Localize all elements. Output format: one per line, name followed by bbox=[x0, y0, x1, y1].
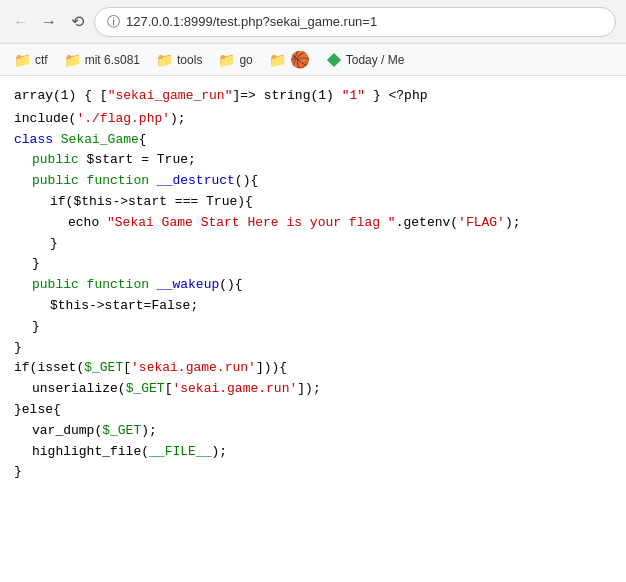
bookmark-tools[interactable]: 📁 tools bbox=[150, 50, 208, 70]
folder-icon: 📁 bbox=[156, 52, 173, 68]
code-echo: echo "Sekai Game Start Here is your flag… bbox=[14, 213, 612, 234]
output-arrow: ]=> string(1) bbox=[232, 88, 341, 103]
code-close-destruct: } bbox=[14, 254, 612, 275]
url-text: 127.0.0.1:8999/test.php?sekai_game.run=1 bbox=[126, 14, 377, 29]
bookmarks-bar: 📁 ctf 📁 mit 6.s081 📁 tools 📁 go 📁 🏀 Toda… bbox=[0, 44, 626, 76]
folder-icon: 📁 bbox=[269, 52, 286, 68]
output-val: "1" bbox=[342, 88, 365, 103]
code-close-class: } bbox=[14, 338, 612, 359]
code-vardump: var_dump($_GET); bbox=[14, 421, 612, 442]
output-line: array(1) { ["sekai_game_run"]=> string(1… bbox=[14, 86, 612, 107]
code-if: if($this->start === True){ bbox=[14, 192, 612, 213]
code-close-wakeup: } bbox=[14, 317, 612, 338]
bookmark-bball[interactable]: 📁 🏀 bbox=[263, 48, 316, 71]
code-include: include('./flag.php'); bbox=[14, 109, 612, 130]
bookmark-label: Today / Me bbox=[346, 53, 405, 67]
basketball-icon: 🏀 bbox=[290, 50, 310, 69]
bookmark-go[interactable]: 📁 go bbox=[212, 50, 258, 70]
green-diamond-icon bbox=[326, 52, 342, 68]
code-highlight: highlight_file(__FILE__); bbox=[14, 442, 612, 463]
browser-toolbar: ← → ⟲ ⓘ 127.0.0.1:8999/test.php?sekai_ga… bbox=[0, 0, 626, 44]
output-close: } <?php bbox=[365, 88, 427, 103]
bookmark-today[interactable]: Today / Me bbox=[320, 50, 411, 70]
code-destruct: public function __destruct(){ bbox=[14, 171, 612, 192]
code-else: }else{ bbox=[14, 400, 612, 421]
code-close-else: } bbox=[14, 462, 612, 483]
bookmark-mit[interactable]: 📁 mit 6.s081 bbox=[58, 50, 146, 70]
folder-icon: 📁 bbox=[64, 52, 81, 68]
svg-rect-0 bbox=[327, 52, 341, 66]
code-class: class Sekai_Game{ bbox=[14, 130, 612, 151]
code-property: public $start = True; bbox=[14, 150, 612, 171]
back-button[interactable]: ← bbox=[10, 11, 32, 33]
bookmark-label: go bbox=[239, 53, 252, 67]
bookmark-label: mit 6.s081 bbox=[85, 53, 140, 67]
code-wakeup: public function __wakeup(){ bbox=[14, 275, 612, 296]
code-isset: if(isset($_GET['sekai.game.run'])){ bbox=[14, 358, 612, 379]
page-content: array(1) { ["sekai_game_run"]=> string(1… bbox=[0, 76, 626, 493]
lock-icon: ⓘ bbox=[107, 13, 120, 31]
reload-button[interactable]: ⟲ bbox=[66, 11, 88, 33]
address-bar[interactable]: ⓘ 127.0.0.1:8999/test.php?sekai_game.run… bbox=[94, 7, 616, 37]
bookmark-ctf[interactable]: 📁 ctf bbox=[8, 50, 54, 70]
bookmark-label: ctf bbox=[35, 53, 48, 67]
code-unserialize: unserialize($_GET['sekai.game.run']); bbox=[14, 379, 612, 400]
folder-icon: 📁 bbox=[218, 52, 235, 68]
output-key: "sekai_game_run" bbox=[108, 88, 233, 103]
code-wakeup-body: $this->start=False; bbox=[14, 296, 612, 317]
code-close-if: } bbox=[14, 234, 612, 255]
output-text: array(1) { [ bbox=[14, 88, 108, 103]
folder-icon: 📁 bbox=[14, 52, 31, 68]
forward-button[interactable]: → bbox=[38, 11, 60, 33]
bookmark-label: tools bbox=[177, 53, 202, 67]
